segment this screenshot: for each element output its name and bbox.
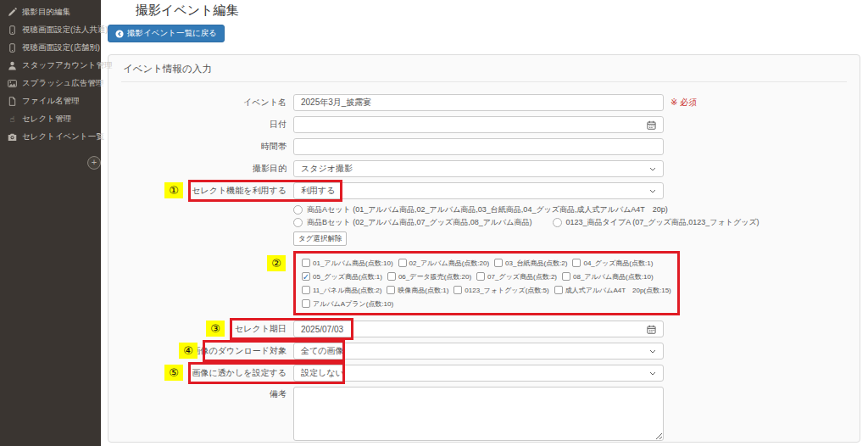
- select-due-field-box: [293, 321, 664, 337]
- calendar-icon[interactable]: [647, 120, 656, 130]
- row-watermark: ⑤ 画像に透かしを設定する 設定しない: [121, 365, 847, 382]
- plus-circle-icon: +: [92, 157, 97, 167]
- tag-set-option-0123[interactable]: 0123_商品タイプA (07_グッズ商品,0123_フォトグッズ): [553, 217, 760, 228]
- radio-icon: [293, 218, 303, 227]
- tag-set-option-0123-label: 0123_商品タイプA (07_グッズ商品,0123_フォトグッズ): [566, 217, 760, 228]
- note-textarea[interactable]: [293, 387, 664, 441]
- checkbox-icon: [302, 286, 310, 294]
- watermark-select[interactable]: 設定しない: [293, 365, 664, 382]
- tag-checkbox-03-daishi[interactable]: 03_台紙商品(点数:2): [494, 259, 567, 268]
- tag-row: 11_パネル商品(点数:2) 映像商品(点数:1) 0123_フォトグッズ(点数…: [302, 284, 671, 296]
- back-button-label: 撮影イベント一覧に戻る: [127, 28, 217, 39]
- tag-row: アルバムAプラン(点数:10): [302, 298, 671, 309]
- tag-set-option-a[interactable]: 商品Aセット (01_アルバム商品,02_アルバム商品,03_台紙商品,04_グ…: [293, 204, 760, 215]
- sidebar-item-label: スタッフアカウント管理: [22, 60, 113, 71]
- download-target-select[interactable]: 全ての画像: [293, 343, 664, 360]
- sidebar-item-label: スプラッシュ広告管理: [22, 78, 103, 89]
- checkbox-icon: [476, 272, 485, 281]
- time-slot-label: 時間帯: [121, 141, 287, 153]
- annotation-number-3: ③: [206, 321, 225, 337]
- sidebar-item-select-event-list[interactable]: セレクトイベント一覧: [0, 128, 101, 146]
- chevron-down-icon: [649, 371, 656, 376]
- file-icon: [8, 97, 17, 106]
- row-note: 備考: [121, 387, 847, 441]
- chevron-down-icon: [649, 167, 656, 171]
- checkbox-icon: [562, 272, 570, 281]
- purpose-select[interactable]: スタジオ撮影: [293, 160, 664, 177]
- tag-checkbox-01-album[interactable]: 01_アルバム商品(点数:10): [302, 259, 393, 268]
- sidebar-item-label: セレクト管理: [22, 114, 71, 125]
- event-name-label: イベント名: [121, 97, 287, 109]
- tag-checkbox-05-goods[interactable]: 05_グッズ商品(点数:1): [302, 272, 382, 282]
- tag-set-option-b-label: 商品Bセット (02_アルバム商品,07_グッズ商品,08_アルバム商品): [307, 217, 532, 228]
- circle-left-arrow-icon: [115, 30, 124, 38]
- tag-checkbox-video[interactable]: 映像商品(点数:1): [387, 286, 448, 295]
- select-feature-value: 利用する: [301, 185, 335, 197]
- tag-checkbox-02-album[interactable]: 02_アルバム商品(点数:20): [398, 259, 490, 268]
- tag-checkbox-06-data[interactable]: 06_データ販売(点数:20): [387, 272, 471, 282]
- row-download-target: ④ 画像のダウンロード対象 全ての画像: [121, 343, 847, 360]
- sidebar-item-label: ファイル名管理: [22, 96, 79, 107]
- tag-checkbox-11-panel[interactable]: 11_パネル商品(点数:2): [302, 286, 381, 295]
- event-name-field-box: [293, 94, 664, 111]
- row-tags: ② 01_アルバム商品(点数:10) 02_アルバム商品(点数:20) 03_台…: [121, 251, 847, 315]
- checkbox-icon: [387, 286, 395, 294]
- event-name-input[interactable]: [301, 95, 656, 110]
- tag-checkbox-08-album[interactable]: 08_アルバム商品(点数:10): [562, 272, 654, 282]
- download-target-label: 画像のダウンロード対象: [121, 345, 287, 357]
- sidebar-item-filename-management[interactable]: ファイル名管理: [0, 92, 101, 110]
- row-event-name: イベント名 ※ 必須: [121, 94, 847, 111]
- select-due-input[interactable]: [301, 321, 647, 337]
- sidebar-item-label: 視聴画面設定(法人共通): [22, 25, 108, 36]
- calendar-icon[interactable]: [647, 325, 656, 334]
- tag-row: 01_アルバム商品(点数:10) 02_アルバム商品(点数:20) 03_台紙商…: [302, 257, 671, 269]
- annotation-number-5: ⑤: [164, 365, 183, 381]
- tag-set-options: 商品Aセット (01_アルバム商品,02_アルバム商品,03_台紙商品,04_グ…: [293, 204, 760, 246]
- purpose-label: 撮影目的: [121, 163, 287, 175]
- tag-set-option-b[interactable]: 商品Bセット (02_アルバム商品,07_グッズ商品,08_アルバム商品): [293, 217, 532, 228]
- sidebar-item-label: セレクトイベント一覧: [22, 131, 104, 142]
- radio-icon: [553, 218, 562, 227]
- sidebar-item-staff-account[interactable]: スタッフアカウント管理: [0, 57, 101, 75]
- tag-checkbox-07-goods[interactable]: 07_グッズ商品(点数:2): [476, 272, 557, 282]
- checkbox-icon: [554, 286, 563, 294]
- checkbox-icon: [494, 259, 503, 267]
- radio-icon: [293, 205, 303, 215]
- checkbox-icon: [453, 286, 462, 294]
- sidebar-item-splash-ads[interactable]: スプラッシュ広告管理: [0, 75, 101, 92]
- row-tag-sets: 商品Aセット (01_アルバム商品,02_アルバム商品,03_台紙商品,04_グ…: [121, 204, 847, 246]
- clear-tag-selection-button[interactable]: タグ選択解除: [293, 231, 347, 246]
- annotation-number-2: ②: [267, 255, 286, 271]
- event-info-panel: イベント情報の入力 イベント名 ※ 必須 日付: [108, 54, 860, 443]
- annotation-number-4: ④: [179, 343, 198, 359]
- checkbox-icon: [302, 299, 310, 308]
- image-icon: [8, 79, 17, 88]
- sidebar-item-view-settings-corporate[interactable]: 視聴画面設定(法人共通): [0, 21, 101, 39]
- user-icon: [8, 61, 17, 70]
- select-feature-select[interactable]: 利用する: [293, 182, 664, 199]
- sidebar-item-select-management[interactable]: ☝ セレクト管理: [0, 110, 101, 128]
- sidebar-item-view-settings-store[interactable]: 視聴画面設定(店舗別): [0, 39, 101, 57]
- checkbox-checked-icon: [302, 272, 310, 281]
- tag-checkbox-album-a-plan[interactable]: アルバムAプラン(点数:10): [302, 299, 393, 309]
- sidebar-toggle-button[interactable]: +: [87, 156, 101, 170]
- purpose-value: スタジオ撮影: [301, 163, 353, 175]
- tag-checkbox-0123-photogoods[interactable]: 0123_フォトグッズ(点数:5): [453, 286, 548, 295]
- tag-checkbox-seijinshiki-album[interactable]: 成人式アルバムA4T 20p(点数:15): [554, 286, 671, 295]
- camera-icon: [8, 132, 17, 142]
- tag-checkbox-04-goods[interactable]: 04_グッズ商品(点数:1): [572, 259, 653, 268]
- time-slot-input[interactable]: [301, 139, 656, 154]
- annotation-number-1: ①: [164, 182, 183, 198]
- sidebar-nav: 撮影目的編集 視聴画面設定(法人共通) 視聴画面設定(店舗別) スタッフアカウン…: [0, 0, 101, 146]
- panel-title: イベント情報の入力: [121, 55, 847, 82]
- download-target-value: 全ての画像: [301, 345, 343, 357]
- tag-checkbox-group: 01_アルバム商品(点数:10) 02_アルバム商品(点数:20) 03_台紙商…: [293, 251, 680, 315]
- row-select-feature: ① セレクト機能を利用する 利用する: [121, 182, 847, 199]
- date-input[interactable]: [301, 117, 647, 132]
- sidebar-item-shooting-purpose-edit[interactable]: 撮影目的編集: [0, 3, 101, 21]
- watermark-label: 画像に透かしを設定する: [121, 367, 287, 379]
- back-to-event-list-button[interactable]: 撮影イベント一覧に戻る: [108, 25, 225, 42]
- select-feature-label: セレクト機能を利用する: [121, 185, 287, 197]
- checkbox-icon: [387, 272, 396, 281]
- tag-set-option-a-label: 商品Aセット (01_アルバム商品,02_アルバム商品,03_台紙商品,04_グ…: [307, 204, 668, 215]
